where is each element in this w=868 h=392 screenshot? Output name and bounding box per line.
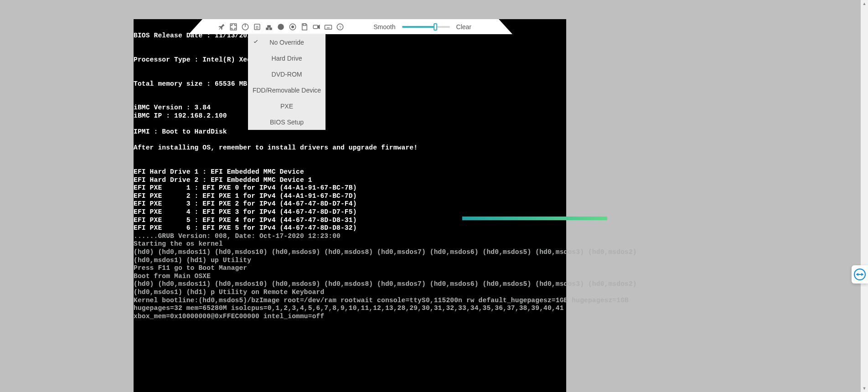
vertical-scrollbar[interactable]: ▲ ▼	[861, 0, 868, 392]
fullscreen-icon[interactable]	[229, 22, 238, 31]
scroll-down-button[interactable]: ▼	[861, 385, 868, 392]
keyboard-icon[interactable]	[324, 22, 333, 31]
record-icon[interactable]	[312, 22, 321, 31]
svg-text:B: B	[256, 24, 259, 29]
boot-option-dvd-rom[interactable]: DVD-ROM	[248, 66, 326, 82]
boot-option-fdd-removable-device[interactable]: FDD/Removable Device	[248, 82, 326, 98]
svg-rect-5	[266, 27, 269, 30]
svg-rect-11	[313, 25, 318, 29]
svg-rect-6	[269, 27, 272, 30]
svg-text:?: ?	[339, 24, 341, 29]
remote-console: BIOS Release Date : 11/13/2019 Processor…	[134, 19, 566, 392]
svg-rect-12	[325, 25, 332, 29]
boot-option-label: PXE	[280, 103, 293, 110]
quality-slider[interactable]	[402, 26, 450, 28]
boot-option-hard-drive[interactable]: Hard Drive	[248, 50, 326, 66]
clear-label: Clear	[456, 23, 471, 31]
check-icon	[253, 39, 259, 45]
power-icon[interactable]	[241, 22, 250, 31]
toolbar-right: Smooth Clear	[373, 23, 499, 31]
help-icon[interactable]: ?	[336, 22, 345, 31]
slider-handle[interactable]	[434, 23, 437, 31]
svg-point-7	[278, 24, 284, 30]
teamviewer-widget[interactable]	[852, 265, 868, 284]
boot-option-pxe[interactable]: PXE	[248, 98, 326, 114]
boot-override-menu: No OverrideHard DriveDVD-ROMFDD/Removabl…	[248, 34, 326, 130]
pin-icon[interactable]	[217, 22, 226, 31]
terminal-output: BIOS Release Date : 11/13/2019 Processor…	[134, 19, 566, 320]
boot-option-bios-setup[interactable]: BIOS Setup	[248, 114, 326, 130]
svg-point-9	[292, 26, 294, 28]
progress-bar	[462, 217, 607, 220]
toolbar: B ? Smooth Clear	[202, 19, 499, 34]
toolbar-icons: B ?	[202, 22, 345, 31]
slider-fill	[402, 26, 434, 28]
disc-icon[interactable]	[288, 22, 297, 31]
smooth-label: Smooth	[373, 23, 395, 31]
boot-option-label: No Override	[269, 39, 304, 46]
boot-option-no-override[interactable]: No Override	[248, 34, 326, 50]
boot-option-label: Hard Drive	[272, 55, 302, 62]
boot-option-label: DVD-ROM	[272, 71, 302, 78]
save-icon[interactable]	[300, 22, 309, 31]
boot-option-icon[interactable]: B	[253, 22, 262, 31]
hand-icon[interactable]	[276, 22, 285, 31]
svg-rect-10	[303, 24, 306, 26]
mount-icon[interactable]	[264, 22, 274, 31]
scroll-up-button[interactable]: ▲	[861, 0, 868, 7]
boot-option-label: FDD/Removable Device	[253, 87, 321, 94]
boot-option-label: BIOS Setup	[270, 119, 304, 126]
svg-rect-0	[230, 24, 237, 30]
